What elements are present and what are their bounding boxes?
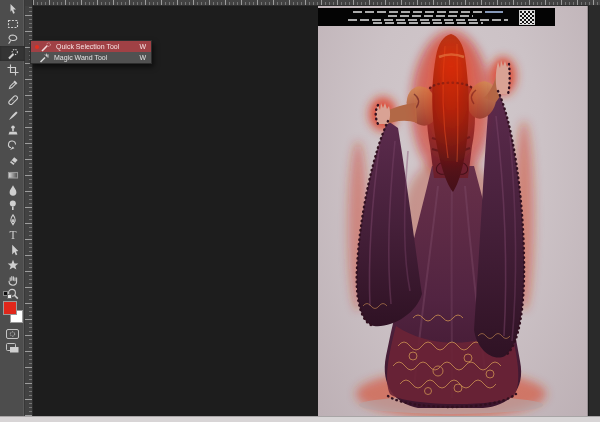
gradient-tool-button[interactable]: [0, 167, 25, 182]
watermark-bar: [318, 8, 555, 26]
marquee-icon: [7, 18, 19, 30]
active-tool-indicator: [35, 45, 39, 49]
page-bottom-strip: [0, 416, 600, 422]
path-selection-icon: [7, 244, 19, 256]
quick-selection-icon: [7, 48, 19, 60]
dodge-tool-button[interactable]: [0, 197, 25, 212]
move-icon: [7, 3, 19, 15]
foreground-color-swatch[interactable]: [3, 301, 17, 315]
vertical-ruler[interactable]: [25, 6, 33, 416]
pen-tool-button[interactable]: [0, 212, 25, 227]
crop-tool-button[interactable]: [0, 62, 25, 77]
quick-mask-button[interactable]: [4, 327, 21, 340]
custom-shape-icon: [7, 259, 19, 271]
crop-icon: [7, 64, 19, 76]
custom-shape-tool-button[interactable]: [0, 257, 25, 272]
type-tool-button[interactable]: T: [0, 227, 25, 242]
default-background-swatch: [7, 294, 12, 299]
magic-wand-icon: [39, 53, 51, 63]
svg-text:T: T: [9, 229, 16, 241]
lasso-icon: [7, 33, 19, 45]
screen-mode-icon: [5, 342, 20, 354]
tools-panel: T: [0, 0, 25, 416]
clone-stamp-tool-button[interactable]: [0, 122, 25, 137]
hand-tool-button[interactable]: [0, 272, 25, 287]
gradient-icon: [7, 169, 19, 181]
photoshop-window: T Quick Selection Tool W Magic Wand Tool…: [0, 0, 600, 422]
pasteboard-strip: [589, 6, 600, 416]
watermark-text-line: [348, 19, 508, 21]
type-icon: T: [7, 229, 19, 241]
brush-tool-button[interactable]: [0, 107, 25, 122]
pen-icon: [7, 214, 19, 226]
tool-flyout-menu: Quick Selection Tool W Magic Wand Tool W: [30, 40, 152, 64]
history-brush-icon: [7, 139, 19, 151]
blur-icon: [7, 184, 19, 196]
menu-item-label: Magic Wand Tool: [54, 54, 135, 61]
healing-brush-tool-button[interactable]: [0, 92, 25, 107]
menu-item-magic-wand-tool[interactable]: Magic Wand Tool W: [31, 52, 151, 63]
eraser-icon: [7, 154, 19, 166]
menu-item-shortcut: W: [139, 43, 146, 50]
blur-tool-button[interactable]: [0, 182, 25, 197]
dodge-icon: [7, 199, 19, 211]
photo-document[interactable]: [318, 6, 588, 416]
eraser-tool-button[interactable]: [0, 152, 25, 167]
quick-mask-icon: [5, 328, 20, 340]
watermark-text-line: [388, 15, 473, 17]
marquee-tool-button[interactable]: [0, 16, 25, 31]
watermark-text-line: [353, 11, 503, 13]
screen-mode-button[interactable]: [4, 341, 21, 354]
watermark-text-line: [373, 22, 483, 24]
lasso-tool-button[interactable]: [0, 31, 25, 46]
move-tool-button[interactable]: [0, 1, 25, 16]
history-brush-tool-button[interactable]: [0, 137, 25, 152]
hand-icon: [7, 274, 19, 286]
qr-code-icon: [519, 10, 535, 25]
menu-item-quick-selection-tool[interactable]: Quick Selection Tool W: [31, 41, 151, 52]
clone-stamp-icon: [7, 124, 19, 136]
quick-selection-icon: [41, 42, 53, 52]
model-figure-illustration: [318, 6, 588, 416]
brush-icon: [7, 109, 19, 121]
eyedropper-tool-button[interactable]: [0, 77, 25, 92]
quick-selection-tool-button[interactable]: [0, 46, 25, 61]
menu-item-shortcut: W: [139, 54, 146, 61]
path-selection-tool-button[interactable]: [0, 242, 25, 257]
menu-item-label: Quick Selection Tool: [56, 43, 135, 50]
eyedropper-icon: [7, 79, 19, 91]
default-colors-icon[interactable]: [3, 291, 14, 299]
healing-brush-icon: [7, 94, 19, 106]
